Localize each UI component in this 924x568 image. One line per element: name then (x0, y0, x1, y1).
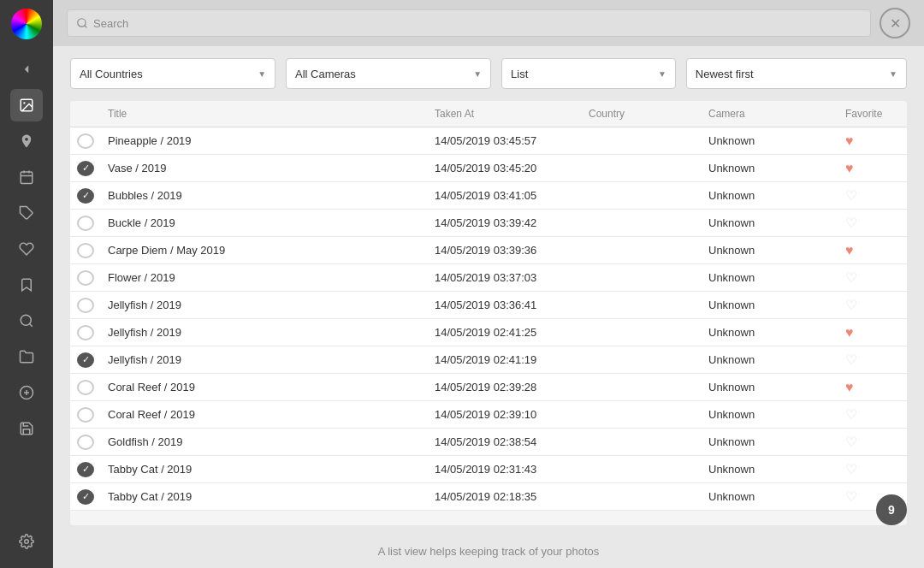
row-favorite: ♥ (838, 320, 907, 346)
table-row[interactable]: Carpe Diem / May 2019 14/05/2019 03:39:3… (70, 237, 907, 264)
row-favorite: ♥ (838, 156, 907, 181)
sidebar-item-calendar[interactable] (10, 161, 43, 193)
table-row[interactable]: Coral Reef / 2019 14/05/2019 02:39:10 Un… (70, 401, 907, 429)
favorite-heart-icon[interactable]: ♥ (845, 133, 854, 148)
row-country (582, 437, 702, 447)
sidebar-item-collapse[interactable] (10, 53, 43, 86)
table-row[interactable]: Flower / 2019 14/05/2019 03:37:03 Unknow… (70, 264, 907, 292)
sidebar-item-favorites[interactable] (10, 233, 43, 265)
countries-filter[interactable]: All Countries ▼ (70, 58, 275, 89)
sidebar-item-location[interactable] (10, 125, 43, 157)
sidebar-item-add[interactable] (10, 376, 43, 409)
row-taken-at: 14/05/2019 02:41:19 (428, 348, 582, 371)
view-filter[interactable]: List ▼ (501, 58, 676, 89)
favorite-heart-outline-icon: ♡ (845, 352, 857, 367)
footer: A list view helps keeping track of your … (53, 534, 924, 568)
sidebar-item-search[interactable] (10, 305, 43, 337)
search-box[interactable]: Search (67, 9, 871, 37)
row-title: Jellyfish / 2019 (101, 348, 428, 371)
sort-chevron-icon: ▼ (889, 69, 897, 79)
table-row[interactable]: Bubbles / 2019 14/05/2019 03:41:05 Unkno… (70, 182, 907, 210)
row-checkbox[interactable] (77, 216, 94, 231)
row-checkbox-cell (70, 293, 101, 318)
row-country (582, 136, 702, 146)
svg-line-8 (29, 323, 32, 326)
favorite-heart-icon[interactable]: ♥ (845, 161, 854, 175)
row-checkbox[interactable] (77, 298, 94, 313)
row-title: Coral Reef / 2019 (101, 403, 428, 426)
table-row[interactable]: Pineapple / 2019 14/05/2019 03:45:57 Unk… (70, 127, 907, 155)
row-checkbox-cell (70, 210, 101, 236)
row-camera: Unknown (702, 266, 838, 289)
table-row[interactable]: Coral Reef / 2019 14/05/2019 02:39:28 Un… (70, 374, 907, 401)
table-body: Pineapple / 2019 14/05/2019 03:45:57 Unk… (70, 127, 907, 511)
table-row[interactable]: Jellyfish / 2019 14/05/2019 02:41:19 Unk… (70, 346, 907, 374)
countries-chevron-icon: ▼ (258, 69, 266, 79)
row-checkbox[interactable] (77, 243, 94, 258)
sidebar (0, 0, 53, 568)
table-row[interactable]: Vase / 2019 14/05/2019 03:45:20 Unknown … (70, 155, 907, 182)
close-icon: ✕ (890, 15, 901, 32)
search-placeholder: Search (93, 17, 128, 30)
svg-point-13 (78, 19, 86, 27)
row-checkbox[interactable] (77, 188, 94, 204)
row-country (582, 218, 702, 228)
cameras-label: All Cameras (295, 68, 356, 80)
favorite-heart-icon[interactable]: ♥ (845, 380, 854, 394)
table-row[interactable]: Tabby Cat / 2019 14/05/2019 02:18:35 Unk… (70, 483, 907, 511)
sidebar-item-folders[interactable] (10, 340, 43, 373)
row-checkbox-cell (70, 238, 101, 263)
row-title: Goldfish / 2019 (101, 430, 428, 453)
cameras-filter[interactable]: All Cameras ▼ (286, 58, 491, 89)
sidebar-item-save[interactable] (10, 412, 43, 445)
row-checkbox-cell (70, 402, 101, 428)
row-title: Coral Reef / 2019 (101, 376, 428, 399)
sidebar-item-bookmarks[interactable] (10, 269, 43, 301)
sort-filter[interactable]: Newest first ▼ (686, 58, 907, 89)
row-camera: Unknown (702, 321, 838, 344)
favorite-heart-icon[interactable]: ♥ (845, 243, 854, 257)
favorite-heart-outline-icon: ♡ (845, 489, 857, 504)
row-checkbox[interactable] (77, 133, 94, 149)
table-row[interactable]: Buckle / 2019 14/05/2019 03:39:42 Unknow… (70, 210, 907, 237)
row-checkbox[interactable] (77, 435, 94, 450)
sidebar-item-settings[interactable] (10, 525, 43, 558)
table-row[interactable]: Jellyfish / 2019 14/05/2019 03:36:41 Unk… (70, 292, 907, 319)
row-camera: Unknown (702, 430, 838, 453)
view-chevron-icon: ▼ (658, 69, 666, 79)
row-checkbox[interactable] (77, 325, 94, 340)
row-title: Jellyfish / 2019 (101, 293, 428, 317)
header-favorite: Favorite (838, 108, 907, 120)
favorite-heart-icon[interactable]: ♥ (845, 325, 854, 340)
row-taken-at: 14/05/2019 02:41:25 (428, 321, 582, 344)
favorite-heart-outline-icon: ♡ (845, 188, 857, 203)
row-country (582, 163, 702, 174)
row-taken-at: 14/05/2019 02:39:28 (428, 376, 582, 399)
row-checkbox[interactable] (77, 489, 94, 505)
row-camera: Unknown (702, 129, 838, 152)
row-camera: Unknown (702, 348, 838, 371)
row-checkbox-cell (70, 156, 101, 181)
favorite-heart-outline-icon: ♡ (845, 270, 857, 285)
sidebar-item-photos[interactable] (10, 89, 43, 121)
row-title: Flower / 2019 (101, 266, 428, 289)
footer-hint: A list view helps keeping track of your … (378, 545, 600, 558)
row-title: Vase / 2019 (101, 157, 428, 180)
table-row[interactable]: Goldfish / 2019 14/05/2019 02:38:54 Unkn… (70, 429, 907, 456)
close-button[interactable]: ✕ (880, 8, 910, 38)
table-row[interactable]: Tabby Cat / 2019 14/05/2019 02:31:43 Unk… (70, 456, 907, 483)
sidebar-item-tags[interactable] (10, 197, 43, 229)
row-favorite: ♡ (838, 210, 907, 236)
row-country (582, 300, 702, 311)
countries-label: All Countries (80, 68, 143, 80)
row-checkbox[interactable] (77, 407, 94, 423)
header-camera: Camera (702, 108, 838, 120)
row-checkbox[interactable] (77, 352, 94, 368)
row-checkbox[interactable] (77, 380, 94, 395)
row-checkbox[interactable] (77, 462, 94, 477)
row-camera: Unknown (702, 293, 838, 317)
row-checkbox-cell (70, 375, 101, 400)
row-checkbox[interactable] (77, 270, 94, 286)
row-checkbox[interactable] (77, 161, 94, 176)
table-row[interactable]: Jellyfish / 2019 14/05/2019 02:41:25 Unk… (70, 319, 907, 346)
